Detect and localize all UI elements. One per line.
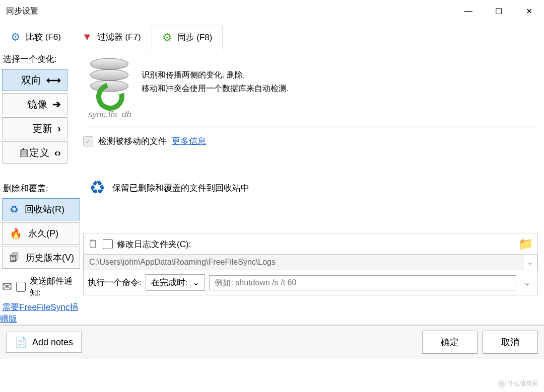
delete-permanent-button[interactable]: 🔥 永久(P) bbox=[2, 222, 80, 245]
title-bar: 同步设置 ― ☐ ✕ bbox=[0, 0, 544, 22]
sync-db-filename: sync.ffs_db bbox=[88, 110, 538, 120]
variant-mirror-button[interactable]: 镜像 ➔ bbox=[2, 93, 67, 115]
recycle-bin-icon: ♻ bbox=[89, 177, 105, 198]
detect-moved-label: 检测被移动的文件 bbox=[98, 135, 167, 147]
variant-update-button[interactable]: 更新 › bbox=[2, 117, 67, 139]
cancel-button[interactable]: 取消 bbox=[483, 331, 538, 354]
tab-sync[interactable]: ⚙ 同步 (F8) bbox=[152, 26, 223, 49]
more-info-link[interactable]: 更多信息 bbox=[172, 135, 206, 147]
cmd-label: 执行一个命令: bbox=[88, 277, 142, 288]
footer-bar: 📄 Add notes 确定 取消 bbox=[0, 325, 544, 359]
recycle-icon: ♻ bbox=[10, 203, 19, 215]
cmd-input[interactable] bbox=[209, 275, 516, 290]
gear-icon: ⚙ bbox=[11, 31, 21, 44]
close-button[interactable]: ✕ bbox=[514, 0, 544, 22]
chevron-down-icon: ⌄ bbox=[192, 277, 199, 288]
variant-custom-label: 自定义 bbox=[19, 146, 49, 160]
tab-filter-label: 过滤器 (F7) bbox=[97, 31, 141, 43]
document-icon: 🗐 bbox=[10, 252, 20, 264]
delete-permanent-label: 永久(P) bbox=[28, 227, 58, 240]
log-path-input[interactable] bbox=[84, 254, 523, 270]
folder-icon[interactable]: 📁 bbox=[518, 237, 533, 251]
tab-compare[interactable]: ⚙ 比较 (F6) bbox=[0, 25, 72, 49]
variant-mirror-label: 镜像 bbox=[27, 98, 47, 111]
mail-checkbox[interactable] bbox=[16, 282, 26, 292]
ok-button[interactable]: 确定 bbox=[422, 331, 478, 354]
minimize-button[interactable]: ― bbox=[453, 0, 484, 22]
maximize-button[interactable]: ☐ bbox=[484, 0, 514, 22]
change-log-label: 修改日志文件夹(C): bbox=[117, 239, 191, 250]
variant-twoway-button[interactable]: 双向 ⟷ bbox=[2, 69, 67, 91]
delete-description: 保留已删除和覆盖的文件到回收站中 bbox=[112, 182, 249, 194]
log-path-dropdown[interactable]: ⌄ bbox=[523, 254, 537, 270]
tab-sync-label: 同步 (F8) bbox=[177, 32, 213, 43]
code-icon: ‹› bbox=[54, 147, 61, 159]
log-list-icon: 🗒 bbox=[88, 238, 99, 251]
variant-twoway-label: 双向 bbox=[21, 73, 41, 87]
delete-versioning-button[interactable]: 🗐 历史版本(V) bbox=[2, 247, 80, 269]
delete-recycle-label: 回收站(R) bbox=[25, 203, 64, 215]
gear-icon: ⚙ bbox=[162, 31, 172, 44]
add-notes-button[interactable]: 📄 Add notes bbox=[6, 332, 82, 353]
database-sync-icon bbox=[87, 56, 132, 107]
chevron-down-icon[interactable]: ⌄ bbox=[520, 277, 533, 288]
cmd-when-select[interactable]: 在完成时: ⌄ bbox=[146, 274, 206, 291]
delete-section-label: 删除和覆盖: bbox=[0, 179, 83, 198]
detect-moved-checkbox: ✓ bbox=[83, 136, 93, 146]
delete-versioning-label: 历史版本(V) bbox=[26, 252, 74, 264]
change-log-checkbox[interactable] bbox=[103, 239, 113, 249]
cmd-when-value: 在完成时: bbox=[151, 277, 188, 288]
window-title: 同步设置 bbox=[6, 6, 38, 17]
fire-icon: 🔥 bbox=[10, 227, 22, 240]
tab-bar: ⚙ 比较 (F6) ▼ 过滤器 (F7) ⚙ 同步 (F8) bbox=[0, 25, 544, 49]
funnel-icon: ▼ bbox=[82, 31, 92, 43]
variant-custom-button[interactable]: 自定义 ‹› bbox=[2, 141, 67, 164]
delete-recycle-button[interactable]: ♻ 回收站(R) bbox=[2, 198, 80, 220]
chevron-right-icon: › bbox=[57, 123, 61, 134]
mail-label: 发送邮件通知: bbox=[30, 275, 81, 298]
mail-icon: ✉ bbox=[2, 280, 12, 294]
right-arrow-icon: ➔ bbox=[52, 98, 61, 110]
variant-update-label: 更新 bbox=[32, 122, 52, 135]
tab-filter[interactable]: ▼ 过滤器 (F7) bbox=[72, 25, 152, 49]
tab-compare-label: 比较 (F6) bbox=[26, 31, 61, 43]
variant-section-label: 选择一个变化: bbox=[0, 49, 83, 69]
variant-description: 识别和传播两侧的变化. 删除, 移动和冲突会使用一个数据库来自动检测. bbox=[142, 68, 289, 95]
donate-link[interactable]: 需要FreeFileSync捐赠版 bbox=[0, 302, 78, 324]
two-way-arrow-icon: ⟷ bbox=[46, 74, 61, 86]
add-notes-label: Add notes bbox=[32, 337, 73, 348]
note-icon: 📄 bbox=[15, 336, 27, 348]
